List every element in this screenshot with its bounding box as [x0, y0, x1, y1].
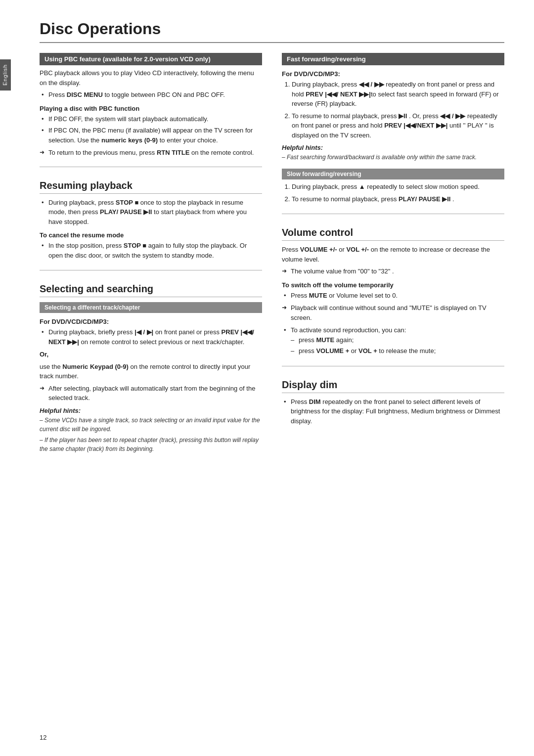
cancel-resume-bullet: In the stop position, press STOP ■ again… — [40, 241, 262, 260]
page-number: 12 — [40, 734, 46, 741]
ff-hint1: – Fast searching forward/backward is ava… — [282, 153, 504, 162]
or-header: Or, — [40, 350, 262, 359]
right-column: Fast forwarding/reversing For DVD/VCD/MP… — [282, 53, 504, 455]
selecting-title: Selecting and searching — [40, 283, 262, 297]
ff-dvd-header: For DVD/VCD/MP3: — [282, 70, 504, 78]
slow-item1: During playback, press ▲ repeatedly to s… — [292, 182, 504, 192]
volume-title: Volume control — [282, 227, 504, 241]
pbc-intro: PBC playback allows you to play Video CD… — [40, 68, 262, 88]
resuming-bullet1: During playback, press STOP ■ once to st… — [40, 198, 262, 227]
display-dim-bullet: Press DIM repeatedly on the front panel … — [282, 397, 504, 426]
display-dim-section: Display dim Press DIM repeatedly on the … — [282, 370, 504, 429]
pbc-section: Using PBC feature (available for 2.0-ver… — [40, 53, 262, 160]
mute-again: press MUTE again; — [291, 335, 504, 345]
pbc-bullet1: Press DISC MENU to toggle between PBC ON… — [40, 90, 262, 100]
slow-item2: To resume to normal playback, press PLAY… — [292, 194, 504, 204]
ff-item1: During playback, press ◀◀ / ▶▶ repeatedl… — [292, 80, 504, 109]
hint-left-1: – Some VCDs have a single track, so trac… — [40, 416, 262, 434]
volume-arrow2: Playback will continue without sound and… — [282, 303, 504, 322]
volume-section: Volume control Press VOLUME +/- or VOL +… — [282, 218, 504, 359]
volume-mute-bullet: Press MUTE or Volume level set to 0. — [282, 291, 504, 301]
page: English Disc Operations Using PBC featur… — [0, 0, 534, 756]
selecting-arrow1: After selecting, playback will automatic… — [40, 384, 262, 403]
fast-forward-section: Fast forwarding/reversing For DVD/VCD/MP… — [282, 53, 504, 164]
pbc-on-bullet: If PBC ON, the PBC menu (if available) w… — [40, 126, 262, 145]
divider2 — [40, 270, 262, 270]
hint-left-2: – If the player has been set to repeat c… — [40, 436, 262, 453]
page-title: Disc Operations — [40, 20, 504, 43]
dvd-vcd-cd-header: For DVD/VCD/CD/MP3: — [40, 318, 262, 325]
selecting-section: Selecting and searching Selecting a diff… — [40, 274, 262, 455]
fast-forward-header: Fast forwarding/reversing — [282, 53, 504, 65]
volume-switch-header: To switch off the volume temporarily — [282, 281, 504, 289]
resuming-section: Resuming playback During playback, press… — [40, 171, 262, 264]
playing-disc-header: Playing a disc with PBC function — [40, 105, 262, 112]
cancel-resume-header: To cancel the resume mode — [40, 231, 262, 239]
left-column: Using PBC feature (available for 2.0-ver… — [40, 53, 262, 455]
slow-forward-section: Slow forwarding/reversing During playbac… — [282, 164, 504, 207]
slow-forward-header: Slow forwarding/reversing — [282, 169, 504, 179]
display-dim-title: Display dim — [282, 379, 504, 393]
side-tab: English — [0, 59, 11, 90]
ff-item2: To resume to normal playback, press ▶II … — [292, 111, 504, 140]
dvd-bullet: During playback, briefly press |◀ / ▶| o… — [40, 327, 262, 347]
helpful-hints-header-left: Helpful hints: — [40, 407, 262, 414]
divider4 — [282, 366, 504, 366]
or-text: use the Numeric Keypad (0-9) on the remo… — [40, 362, 262, 381]
pbc-header: Using PBC feature (available for 2.0-ver… — [40, 53, 262, 65]
volume-release: press VOLUME + or VOL + to release the m… — [291, 346, 504, 356]
helpful-hints-header-right: Helpful hints: — [282, 144, 504, 151]
track-box-header: Selecting a different track/chapter — [40, 302, 262, 313]
divider3 — [282, 214, 504, 214]
divider1 — [40, 167, 262, 167]
volume-intro: Press VOLUME +/- or VOL +/- on the remot… — [282, 245, 504, 264]
resuming-title: Resuming playback — [40, 180, 262, 194]
volume-range: The volume value from "00" to "32" . — [282, 267, 504, 276]
pbc-arrow1: To return to the previous menu, press RT… — [40, 148, 262, 158]
volume-activate-bullet: To activate sound reproduction, you can:… — [282, 325, 504, 356]
pbc-off-bullet: If PBC OFF, the system will start playba… — [40, 114, 262, 124]
